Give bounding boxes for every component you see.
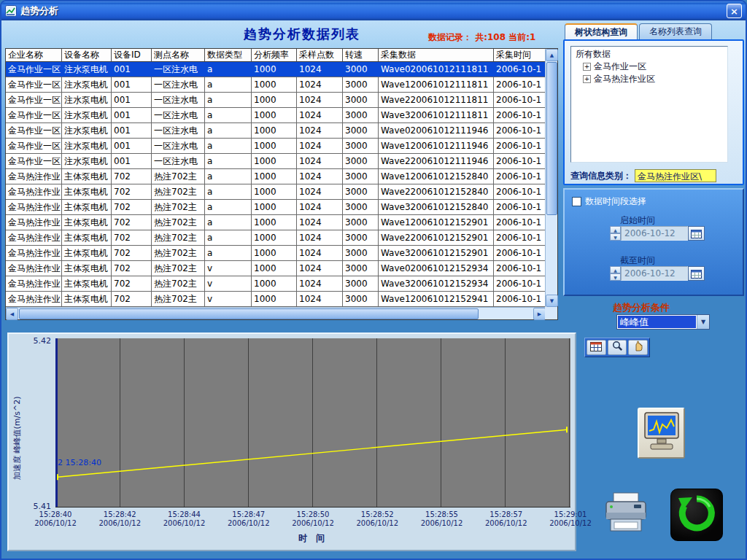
table-cell: 702 [112, 292, 152, 307]
table-cell: 热注702主 [152, 246, 205, 261]
table-cell: a [205, 93, 252, 108]
table-cell: 702 [112, 230, 152, 246]
table-row[interactable]: 金马热注作业主体泵电机702热注702主v100010243000Wave120… [6, 292, 557, 307]
tree-view[interactable]: 所有数据+金马作业一区+金马热注作业区 [570, 46, 728, 163]
table-row[interactable]: 金马热注作业主体泵电机702热注702主a100010243000Wave120… [6, 169, 557, 184]
table-row[interactable]: 金马作业一区注水泵电机001一区注水电a100010243000Wave3200… [6, 108, 557, 123]
column-header[interactable]: 采集时间 [494, 49, 546, 61]
spin-down-icon[interactable]: ▼ [610, 233, 621, 241]
waveform-view-button[interactable] [638, 408, 685, 459]
end-calendar-button[interactable] [688, 266, 705, 281]
record-count: 数据记录： 共:108 当前:1 [428, 31, 535, 44]
hand-icon [633, 341, 643, 354]
zoom-button[interactable] [608, 340, 627, 355]
main-content: 趋势分析数据列表 数据记录： 共:108 当前:1 企业名称设备名称设备ID测点… [1, 20, 746, 559]
spin-up-icon[interactable]: ▲ [610, 226, 621, 233]
table-row[interactable]: 金马作业一区注水泵电机001一区注水电a100010243000Wave2200… [6, 93, 557, 108]
table-view-button[interactable] [587, 340, 606, 355]
column-header[interactable]: 数据类型 [205, 49, 252, 61]
table-row[interactable]: 金马热注作业主体泵电机702热注702主a100010243000Wave220… [6, 230, 557, 246]
start-calendar-button[interactable] [688, 226, 705, 241]
tree-item[interactable]: 所有数据 [573, 48, 726, 61]
table-cell: 2006-10-1 [494, 230, 546, 246]
tree-item[interactable]: +金马热注作业区 [573, 73, 726, 85]
table-cell: 3000 [343, 230, 379, 246]
table-cell: 金马作业一区 [6, 62, 62, 77]
scroll-right-icon[interactable]: ▶ [533, 308, 546, 320]
table-row[interactable]: 金马作业一区注水泵电机001一区注水电a100010243000Wave0200… [6, 62, 557, 77]
x-tick-label: 15:28:552006/10/12 [421, 510, 463, 528]
column-header[interactable]: 采集数据 [379, 49, 494, 61]
close-button[interactable]: × [727, 4, 742, 18]
table-row[interactable]: 金马热注作业主体泵电机702热注702主a100010243000Wave220… [6, 184, 557, 200]
table-cell: 1000 [252, 77, 297, 93]
table-cell: 001 [112, 62, 152, 77]
tree-expander-icon[interactable]: + [583, 75, 591, 83]
table-cell: 1000 [252, 139, 297, 154]
pan-button[interactable] [628, 340, 648, 355]
column-header[interactable]: 分析频率 [252, 49, 297, 61]
horizontal-scrollbar[interactable]: ◀ ▶ [6, 307, 546, 319]
scroll-down-icon[interactable]: ▼ [546, 295, 558, 307]
column-header[interactable]: 采样点数 [297, 49, 343, 61]
checkbox-icon[interactable] [572, 197, 581, 206]
title-bar[interactable]: 趋势分析 × [1, 1, 746, 20]
column-header[interactable]: 设备ID [112, 49, 152, 61]
table-cell: 热注702主 [152, 169, 205, 184]
table-cell: 001 [112, 108, 152, 123]
category-input[interactable]: 金马热注作业区\ [635, 169, 716, 182]
table-row[interactable]: 金马作业一区注水泵电机001一区注水电a100010243000Wave2200… [6, 154, 557, 169]
tree-item[interactable]: +金马作业一区 [573, 61, 726, 73]
scrollbar-corner [545, 307, 557, 319]
vertical-scrollbar-thumb[interactable] [546, 62, 557, 215]
tree-item-label: 金马作业一区 [594, 61, 646, 73]
scroll-up-icon[interactable]: ▲ [546, 49, 558, 61]
tab-name-query[interactable]: 名称列表查询 [639, 23, 712, 39]
table-cell: 702 [112, 184, 152, 200]
table-row[interactable]: 金马作业一区注水泵电机001一区注水电a100010243000Wave1200… [6, 139, 557, 154]
table-row[interactable]: 金马热注作业主体泵电机702热注702主a100010243000Wave120… [6, 215, 557, 230]
table-row[interactable]: 金马作业一区注水泵电机001一区注水电a100010243000Wave1200… [6, 77, 557, 93]
tree-expander-icon[interactable]: + [583, 63, 591, 71]
analysis-condition-label: 趋势分析条件 [613, 301, 670, 314]
table-cell: 1000 [252, 246, 297, 261]
tab-tree-query[interactable]: 树状结构查询 [565, 23, 638, 39]
column-header[interactable]: 设备名称 [62, 49, 112, 61]
table-row[interactable]: 金马热注作业主体泵电机702热注702主v100010243000Wave020… [6, 261, 557, 276]
spin-up-icon[interactable]: ▲ [610, 266, 621, 273]
column-header[interactable]: 转速 [343, 49, 379, 61]
table-row[interactable]: 金马热注作业主体泵电机702热注702主a100010243000Wave320… [6, 246, 557, 261]
table-cell: 3000 [343, 123, 379, 139]
chevron-down-icon[interactable]: ▼ [697, 315, 709, 329]
table-cell: 001 [112, 123, 152, 139]
table-cell: 1000 [252, 123, 297, 139]
table-cell: 1024 [297, 93, 343, 108]
end-date-spinner[interactable]: ▲ ▼ [610, 266, 621, 281]
condition-dropdown[interactable]: 峰峰值 ▼ [616, 314, 710, 330]
table-row[interactable]: 金马作业一区注水泵电机001一区注水电a100010243000Wave0200… [6, 123, 557, 139]
table-cell: 702 [112, 169, 152, 184]
column-header[interactable]: 测点名称 [152, 49, 205, 61]
table-cell: v [205, 276, 252, 292]
vertical-scrollbar[interactable]: ▲ ▼ [545, 49, 557, 307]
table-cell: a [205, 200, 252, 215]
table-row[interactable]: 金马热注作业主体泵电机702热注702主v100010243000Wave320… [6, 276, 557, 292]
plot-area[interactable]: 2 15:28:40 [55, 338, 570, 508]
time-range-checkbox[interactable]: 数据时间段选择 [572, 195, 646, 208]
point-annotation: 2 15:28:40 [58, 458, 101, 467]
start-date-spinner[interactable]: ▲ ▼ [610, 226, 621, 241]
start-date-field[interactable]: 2006-10-12 [621, 226, 688, 241]
print-button[interactable] [600, 490, 652, 540]
column-header[interactable]: 企业名称 [6, 49, 62, 61]
spin-down-icon[interactable]: ▼ [610, 273, 621, 281]
table-cell: 1000 [252, 230, 297, 246]
scroll-left-icon[interactable]: ◀ [6, 308, 18, 320]
table-cell: v [205, 292, 252, 307]
end-date-field[interactable]: 2006-10-12 [621, 266, 688, 281]
table-row[interactable]: 金马热注作业主体泵电机702热注702主a100010243000Wave320… [6, 200, 557, 215]
table-cell: a [205, 62, 252, 77]
table-cell: 2006-10-1 [494, 169, 546, 184]
refresh-button[interactable] [670, 489, 723, 541]
table-cell: 702 [112, 246, 152, 261]
horizontal-scrollbar-thumb[interactable] [19, 308, 479, 319]
